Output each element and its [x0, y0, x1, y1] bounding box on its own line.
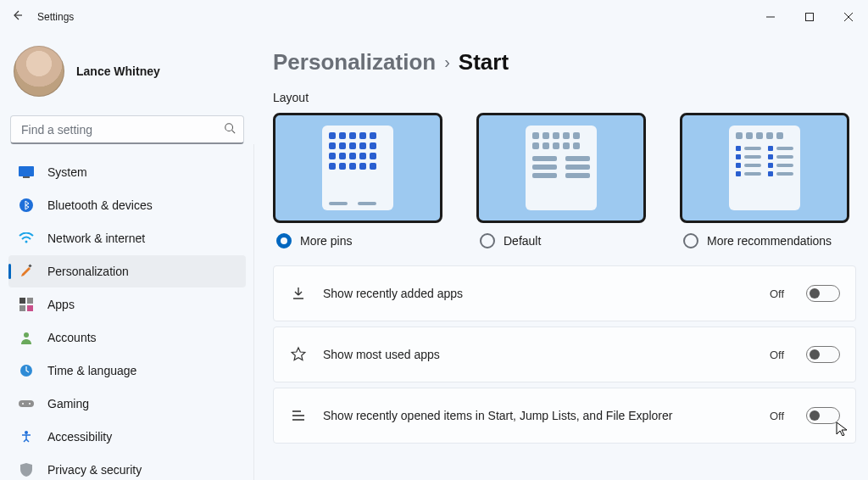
- svg-rect-17: [19, 400, 34, 407]
- person-icon: [19, 330, 34, 345]
- svg-rect-13: [19, 305, 25, 311]
- sidebar-item-time-language[interactable]: Time & language: [8, 354, 246, 387]
- maximize-button[interactable]: [790, 0, 829, 34]
- setting-state: Off: [770, 287, 784, 300]
- radio-icon: [683, 233, 698, 248]
- radio-icon: [276, 233, 292, 248]
- toggle-switch[interactable]: [806, 407, 840, 424]
- paintbrush-icon: [19, 264, 34, 279]
- svg-point-19: [29, 403, 31, 405]
- setting-recently-added-apps[interactable]: Show recently added apps Off: [273, 265, 856, 321]
- apps-icon: [19, 297, 34, 312]
- setting-label: Show recently added apps: [323, 287, 754, 300]
- setting-label: Show recently opened items in Start, Jum…: [323, 409, 754, 422]
- layout-tile-default[interactable]: [476, 113, 646, 223]
- sidebar-item-label: Time & language: [47, 364, 136, 377]
- wifi-icon: [19, 231, 34, 246]
- sidebar-item-label: Accounts: [47, 331, 97, 344]
- sidebar-item-accessibility[interactable]: Accessibility: [8, 421, 246, 453]
- breadcrumb-parent[interactable]: Personalization: [273, 49, 436, 75]
- radio-icon: [480, 233, 495, 248]
- sidebar-item-system[interactable]: System: [8, 156, 246, 188]
- setting-state: Off: [770, 410, 784, 422]
- breadcrumb: Personalization › Start: [273, 49, 856, 75]
- accessibility-icon: [19, 429, 34, 444]
- download-icon: [289, 285, 308, 302]
- sidebar-item-label: Bluetooth & devices: [47, 198, 153, 212]
- breadcrumb-current: Start: [459, 49, 509, 75]
- setting-most-used-apps[interactable]: Show most used apps Off: [273, 327, 856, 382]
- globe-clock-icon: [19, 363, 34, 378]
- gamepad-icon: [19, 396, 34, 411]
- toggle-switch[interactable]: [806, 285, 840, 302]
- sidebar-item-accounts[interactable]: Accounts: [8, 321, 246, 354]
- window-title: Settings: [37, 11, 74, 23]
- layout-tile-more-recommendations[interactable]: [680, 113, 849, 223]
- sidebar-item-label: Personalization: [47, 265, 129, 278]
- minimize-button[interactable]: [751, 0, 790, 34]
- sidebar-nav: System Bluetooth & devices Network & int…: [8, 156, 246, 480]
- sidebar-item-label: System: [47, 165, 87, 179]
- svg-point-18: [22, 403, 24, 405]
- svg-rect-7: [23, 176, 30, 178]
- sidebar: Lance Whitney System Bluetooth & devices…: [0, 34, 254, 480]
- section-label-layout: Layout: [273, 91, 856, 104]
- star-icon: [289, 346, 308, 363]
- sidebar-item-gaming[interactable]: Gaming: [8, 388, 246, 420]
- shield-icon: [19, 462, 34, 477]
- chevron-right-icon: ›: [444, 53, 450, 72]
- sidebar-item-label: Privacy & security: [47, 463, 142, 477]
- svg-rect-14: [27, 305, 33, 311]
- svg-rect-12: [27, 298, 33, 304]
- sidebar-item-label: Gaming: [47, 397, 89, 410]
- title-bar: Settings: [0, 0, 868, 34]
- svg-rect-6: [19, 166, 34, 176]
- radio-label: More pins: [300, 234, 352, 248]
- layout-radio-default[interactable]: Default: [480, 233, 649, 248]
- layout-radio-more-recommendations[interactable]: More recommendations: [683, 233, 853, 248]
- svg-point-15: [24, 332, 29, 338]
- search-input[interactable]: [10, 115, 244, 144]
- sidebar-item-network[interactable]: Network & internet: [8, 222, 246, 254]
- setting-state: Off: [770, 349, 784, 361]
- sidebar-item-bluetooth[interactable]: Bluetooth & devices: [8, 189, 246, 221]
- radio-label: More recommendations: [707, 234, 832, 248]
- svg-line-5: [232, 131, 236, 134]
- svg-rect-1: [806, 14, 814, 21]
- display-icon: [19, 165, 34, 180]
- sidebar-item-label: Apps: [47, 298, 75, 311]
- setting-label: Show most used apps: [323, 348, 754, 361]
- user-name: Lance Whitney: [76, 64, 160, 78]
- layout-radio-more-pins[interactable]: More pins: [276, 233, 446, 248]
- search-icon: [224, 122, 236, 137]
- content-pane: Personalization › Start Layout: [254, 34, 868, 480]
- close-button[interactable]: [829, 0, 868, 34]
- bluetooth-icon: [19, 198, 34, 213]
- cursor-icon: [835, 421, 850, 436]
- layout-tile-more-pins[interactable]: [273, 113, 442, 223]
- svg-rect-11: [19, 298, 25, 304]
- toggle-switch[interactable]: [806, 346, 840, 363]
- svg-rect-10: [28, 264, 31, 267]
- radio-label: Default: [504, 234, 541, 248]
- sidebar-item-privacy[interactable]: Privacy & security: [8, 454, 246, 480]
- user-account-button[interactable]: Lance Whitney: [8, 41, 246, 109]
- setting-recently-opened-items[interactable]: Show recently opened items in Start, Jum…: [273, 388, 856, 444]
- list-icon: [289, 407, 308, 424]
- sidebar-item-label: Network & internet: [47, 232, 145, 245]
- avatar: [14, 46, 64, 97]
- back-button[interactable]: [10, 8, 34, 25]
- sidebar-item-label: Accessibility: [47, 430, 112, 444]
- sidebar-item-personalization[interactable]: Personalization: [8, 255, 246, 287]
- svg-point-9: [25, 241, 28, 243]
- svg-point-20: [25, 431, 28, 434]
- sidebar-item-apps[interactable]: Apps: [8, 288, 246, 321]
- svg-point-4: [225, 124, 233, 131]
